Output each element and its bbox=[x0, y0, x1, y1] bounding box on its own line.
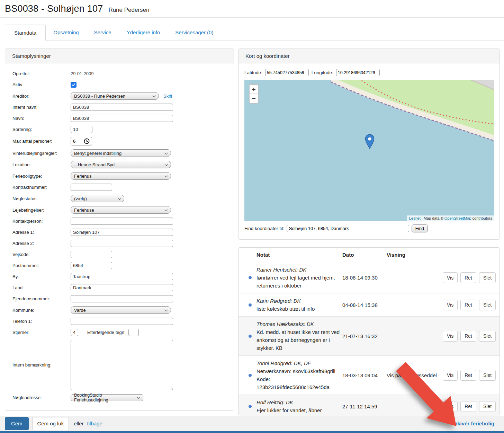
note-text: Netværksnavn: skovl63skaft98grill Kode: … bbox=[256, 368, 335, 390]
note-text: liste køleskab utæt til info bbox=[256, 306, 315, 312]
chevron-down-icon bbox=[137, 395, 141, 399]
column-visning: Visning bbox=[387, 252, 443, 258]
ret-button[interactable]: Ret bbox=[460, 370, 476, 381]
by-label: By: bbox=[12, 274, 71, 279]
chevron-down-icon bbox=[165, 151, 168, 154]
by-input[interactable] bbox=[71, 273, 173, 280]
vejkode-input[interactable] bbox=[71, 251, 112, 258]
latitude-input[interactable] bbox=[265, 69, 309, 76]
ret-button[interactable]: Ret bbox=[460, 401, 476, 412]
land-input[interactable] bbox=[71, 284, 173, 291]
clock-icon bbox=[84, 138, 90, 144]
leaflet-link[interactable]: Leaflet bbox=[409, 216, 421, 220]
column-dato: Dato bbox=[342, 252, 387, 258]
internt-navn-label: Internt navn: bbox=[12, 105, 71, 110]
vinterudlejningsregler-select[interactable]: Benyt generel indstilling bbox=[71, 149, 171, 157]
intern-bemaerkning-textarea[interactable] bbox=[71, 340, 173, 390]
noegleadresse-select[interactable]: BookingStudio Feriehusudlejning bbox=[71, 394, 143, 401]
gem-button[interactable]: Gem bbox=[5, 417, 29, 430]
tilbage-link[interactable]: tilbage bbox=[87, 421, 102, 426]
adresse2-input[interactable] bbox=[71, 240, 173, 247]
openstreetmap-link[interactable]: OpenStreetMap bbox=[444, 216, 471, 220]
ejendomsnummer-input[interactable] bbox=[71, 295, 173, 302]
aktiv-checkbox[interactable] bbox=[71, 82, 76, 88]
check-icon bbox=[72, 83, 75, 86]
internt-navn-input[interactable] bbox=[71, 104, 173, 111]
slet-button[interactable]: Slet bbox=[479, 300, 496, 310]
chevron-down-icon bbox=[165, 308, 168, 311]
note-visning: Vis på forbrugsseddel bbox=[387, 372, 443, 378]
kreditor-select[interactable]: BS0038 - Rune Pedersen bbox=[71, 92, 159, 100]
slet-button[interactable]: Slet bbox=[479, 331, 496, 342]
kommune-value: Varde bbox=[74, 308, 86, 313]
find-koordinater-input[interactable] bbox=[287, 225, 409, 232]
telefon1-label: Telefon 1: bbox=[12, 319, 71, 324]
max-antal-personer-stepper[interactable]: 6 bbox=[71, 137, 92, 145]
kontaktperson-input[interactable] bbox=[71, 218, 173, 225]
column-notat: Notat bbox=[256, 252, 342, 258]
lejebetingelser-select[interactable]: Feriehuse bbox=[71, 206, 171, 214]
tab-servicesager[interactable]: Servicesager (0) bbox=[168, 25, 221, 40]
kreditor-select-value: BS0038 - Rune Pedersen bbox=[74, 94, 125, 99]
note-author: Rainer Hentschel: DK bbox=[256, 267, 306, 273]
noegleadresse-value: BookingStudio Feriehusudlejning bbox=[74, 393, 134, 403]
tab-opsaetning[interactable]: Opsætning bbox=[46, 25, 86, 40]
stamoplysninger-panel: Stamoplysninger Oprettet: 29-01-2009 Akt… bbox=[5, 48, 234, 411]
stjerner-input[interactable] bbox=[71, 329, 78, 336]
slet-button[interactable]: Slet bbox=[479, 370, 496, 381]
noeglestatus-select[interactable]: (vælg) bbox=[71, 195, 124, 202]
kontraktnummer-input[interactable] bbox=[71, 184, 112, 191]
vis-button[interactable]: Vis bbox=[443, 331, 458, 342]
sortering-input[interactable] bbox=[71, 126, 92, 133]
telefon1-input[interactable] bbox=[71, 318, 173, 325]
attribution-suffix: contributors bbox=[471, 216, 492, 220]
find-button[interactable]: Find bbox=[412, 224, 428, 232]
longitude-input[interactable] bbox=[336, 69, 380, 76]
max-antal-personer-label: Max antal personer: bbox=[12, 139, 71, 144]
footer-accent-bar bbox=[0, 431, 504, 433]
ferieboligtype-select[interactable]: Feriehus bbox=[71, 172, 171, 180]
lokation-select[interactable]: ...Henne Strand Syd bbox=[71, 161, 171, 168]
noeglestatus-label: Nøglestatus: bbox=[12, 196, 71, 201]
longitude-label: Longitude: bbox=[312, 70, 333, 75]
tab-stamdata[interactable]: Stamdata bbox=[5, 25, 46, 41]
arkiver-feriebolig-link[interactable]: Arkivér feriebolig bbox=[452, 421, 494, 426]
vis-button[interactable]: Vis bbox=[443, 401, 458, 412]
kommune-select[interactable]: Varde bbox=[71, 306, 171, 314]
note-dot-icon bbox=[249, 335, 252, 338]
lokation-label: Lokation: bbox=[12, 162, 71, 167]
zoom-out-button[interactable]: − bbox=[250, 94, 258, 103]
zoom-in-button[interactable]: + bbox=[250, 85, 258, 94]
slet-button[interactable]: Slet bbox=[479, 272, 496, 283]
skift-link[interactable]: Skift bbox=[163, 94, 172, 99]
tab-service[interactable]: Service bbox=[87, 25, 119, 40]
intern-bemaerkning-label: Intern bemærkning: bbox=[12, 362, 71, 368]
ferieboligtype-label: Ferieboligtype: bbox=[12, 174, 71, 179]
note-date: 27-11-12 14:59 bbox=[342, 404, 387, 409]
postnummer-input[interactable] bbox=[71, 262, 112, 269]
ret-button[interactable]: Ret bbox=[460, 272, 476, 283]
leaflet-map[interactable]: + − Leaflet | Map data © OpenStreetMap c… bbox=[244, 80, 494, 221]
note-row: Karin Rødgrød: DKliste køleskab utæt til… bbox=[238, 293, 500, 317]
ret-button[interactable]: Ret bbox=[460, 300, 476, 310]
navn-input[interactable] bbox=[71, 115, 173, 122]
ret-button[interactable]: Ret bbox=[460, 331, 476, 342]
postnummer-label: Postnummer: bbox=[12, 263, 71, 268]
vis-button[interactable]: Vis bbox=[443, 300, 458, 310]
gem-og-luk-button[interactable]: Gem og luk bbox=[32, 417, 69, 430]
slet-button[interactable]: Slet bbox=[479, 401, 496, 412]
find-koordinater-label: Find koordinater til: bbox=[244, 226, 284, 231]
adresse1-input[interactable] bbox=[71, 229, 173, 236]
chevron-down-icon bbox=[118, 196, 122, 200]
tab-yderligere-info[interactable]: Yderligere info bbox=[119, 25, 168, 40]
vis-button[interactable]: Vis bbox=[443, 272, 458, 283]
ejendomsnummer-label: Ejendomsnummer: bbox=[12, 296, 71, 301]
oprettet-label: Oprettet: bbox=[12, 71, 71, 76]
note-dot-icon bbox=[249, 374, 252, 377]
kort-koordinater-panel: Kort og koordinater Latitude: Longitude: bbox=[238, 48, 500, 240]
ferieboligtype-value: Feriehus bbox=[74, 174, 92, 179]
note-author: Thomas Hækkesaks: DK bbox=[256, 321, 314, 327]
chevron-down-icon bbox=[165, 162, 168, 166]
efterfoelgende-tegn-input[interactable] bbox=[128, 329, 139, 336]
vis-button[interactable]: Vis bbox=[443, 370, 458, 381]
